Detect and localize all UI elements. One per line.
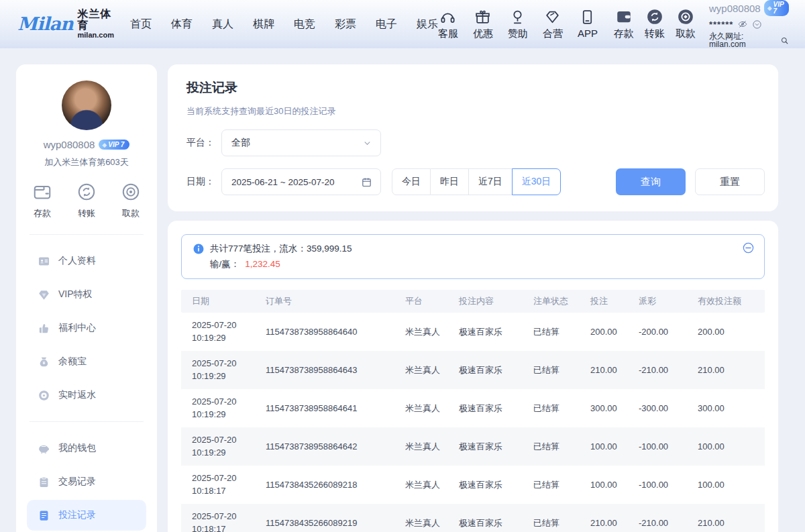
sidebar-quick-actions: 存款 转账 取款 (25, 168, 148, 231)
cell-bet: 200.00 (590, 327, 639, 337)
menu-item-icon (38, 356, 50, 368)
header-wallet-links: 存款 转账 取款 (614, 8, 696, 40)
chevron-down-icon (362, 138, 372, 148)
nav-item[interactable]: 真人 (212, 17, 233, 32)
table-header-cell: 日期 (192, 295, 266, 307)
eye-off-icon[interactable] (737, 19, 748, 30)
cell-content: 极速百家乐 (459, 326, 533, 338)
quick-link-icon (474, 8, 491, 25)
refresh-balance-icon[interactable] (752, 19, 762, 30)
table-row[interactable]: 2025-07-2010:19:29 1154738738958864641 米… (181, 389, 765, 427)
table-header: 日期订单号平台投注内容注单状态投注派彩有效投注额 (181, 290, 765, 313)
header-quick-link[interactable]: 赞助 (508, 8, 528, 40)
winloss-label: 输/赢： (210, 258, 239, 271)
cell-date: 2025-07-2010:19:29 (192, 358, 266, 383)
calendar-icon (361, 176, 372, 188)
sidebar-menu-item[interactable]: VIP特权 (27, 279, 146, 310)
quick-link-icon (439, 8, 456, 25)
sidebar-menu-item[interactable]: 投注记录 (27, 500, 146, 531)
search-icon[interactable] (780, 36, 789, 45)
cell-status: 已结算 (533, 403, 590, 415)
quick-action-icon (121, 182, 141, 202)
sidebar-menu-item[interactable]: 福利中心 (27, 313, 146, 343)
cell-bet: 300.00 (590, 403, 639, 413)
sidebar-quick-action[interactable]: 存款 (32, 182, 52, 219)
header-wallet-link[interactable]: 转账 (645, 8, 665, 40)
quick-date-button[interactable]: 近30日 (512, 168, 561, 195)
nav-item[interactable]: 棋牌 (253, 17, 274, 32)
date-range-input[interactable]: 2025-06-21 ~ 2025-07-20 (221, 168, 381, 195)
table-row[interactable]: 2025-07-2010:19:29 1154738738958864640 米… (181, 313, 765, 351)
quick-action-icon (76, 182, 97, 202)
cell-platform: 米兰真人 (405, 479, 459, 491)
menu-item-icon (38, 322, 50, 335)
sidebar-menu-item[interactable]: 余额宝 (27, 346, 146, 377)
sidebar-menu-item[interactable]: 个人资料 (27, 246, 146, 276)
table-header-cell: 派彩 (639, 295, 698, 307)
cell-content: 极速百家乐 (459, 364, 533, 376)
cell-platform: 米兰真人 (405, 403, 459, 415)
join-days-text: 加入米兰体育第603天 (25, 156, 148, 168)
nav-item[interactable]: 娱乐 (417, 17, 438, 32)
table-row[interactable]: 2025-07-2010:18:17 1154738435266089218 米… (181, 466, 765, 504)
header-quick-link[interactable]: 合营 (543, 8, 563, 40)
cell-platform: 米兰真人 (405, 364, 459, 376)
sidebar-menu-item[interactable]: 实时返水 (27, 380, 146, 411)
sidebar-menu-primary: 个人资料 VIP特权 福利中心 余额宝 实时返水 (25, 242, 148, 419)
nav-item[interactable]: 体育 (171, 17, 193, 32)
top-header: Milan 米兰体育 milan.com 首页体育真人棋牌电竞彩票电子娱乐 客服… (0, 0, 805, 48)
cell-valid: 200.00 (698, 327, 754, 337)
search-button[interactable]: 查询 (616, 168, 686, 195)
cell-platform: 米兰真人 (405, 441, 459, 453)
sidebar-quick-action[interactable]: 取款 (121, 182, 141, 219)
nav-item[interactable]: 彩票 (335, 17, 356, 32)
cell-order: 1154738738958864643 (266, 365, 405, 375)
menu-item-icon (38, 255, 50, 268)
menu-item-icon (38, 509, 50, 522)
quick-date-button[interactable]: 近7日 (469, 168, 513, 195)
cell-payout: -100.00 (639, 441, 698, 451)
site-logo[interactable]: Milan 米兰体育 milan.com (17, 9, 114, 39)
header-quick-link[interactable]: 优惠 (473, 8, 493, 40)
sidebar-menu-item[interactable]: 交易记录 (27, 466, 146, 497)
table-body: 2025-07-2010:19:29 1154738738958864640 米… (181, 313, 765, 532)
quick-date-button[interactable]: 昨日 (431, 168, 469, 195)
table-row[interactable]: 2025-07-2010:19:29 1154738738958864642 米… (181, 427, 765, 466)
cell-bet: 100.00 (590, 441, 639, 451)
cell-content: 极速百家乐 (459, 403, 533, 415)
menu-item-icon (38, 476, 50, 488)
nav-item[interactable]: 电子 (376, 17, 397, 32)
cell-order: 1154738435266089219 (266, 518, 405, 528)
permanent-url-note: 永久网址: milan.com (709, 32, 778, 48)
reset-button[interactable]: 重置 (695, 168, 765, 195)
sidebar-quick-action[interactable]: 转账 (76, 182, 97, 219)
table-header-cell: 注单状态 (533, 295, 590, 307)
table-row[interactable]: 2025-07-2010:18:17 1154738435266089219 米… (181, 504, 765, 532)
cell-status: 已结算 (533, 517, 590, 529)
quick-date-button[interactable]: 今日 (392, 168, 431, 195)
header-quick-link[interactable]: APP (578, 8, 598, 40)
sidebar-menu-item[interactable]: 我的钱包 (27, 433, 146, 464)
page-title: 投注记录 (186, 79, 765, 97)
platform-select[interactable]: 全部 (221, 129, 381, 156)
cell-content: 极速百家乐 (459, 441, 533, 453)
nav-item[interactable]: 首页 (130, 17, 152, 32)
main-nav: 首页体育真人棋牌电竞彩票电子娱乐 (130, 17, 438, 32)
header-username: wyp080808 (709, 3, 761, 13)
vip-diamond-icon: ◆ (102, 142, 107, 148)
cell-valid: 210.00 (698, 518, 754, 528)
header-wallet-link[interactable]: 取款 (676, 8, 696, 40)
nav-item[interactable]: 电竞 (294, 17, 315, 32)
cell-date: 2025-07-2010:18:17 (192, 472, 266, 498)
header-quick-link[interactable]: 客服 (438, 8, 458, 40)
header-wallet-link[interactable]: 存款 (614, 8, 634, 40)
collapse-summary-icon[interactable] (742, 242, 755, 254)
date-label: 日期： (186, 176, 221, 188)
cell-bet: 100.00 (590, 480, 639, 490)
cell-bet: 210.00 (590, 518, 639, 528)
cell-valid: 100.00 (698, 480, 754, 490)
profile-avatar[interactable] (62, 81, 111, 130)
table-row[interactable]: 2025-07-2010:19:29 1154738738958864643 米… (181, 351, 765, 389)
cell-date: 2025-07-2010:19:29 (192, 396, 266, 421)
sidebar-profile: wyp080808 ◆ VIP 7 加入米兰体育第603天 (25, 81, 148, 168)
